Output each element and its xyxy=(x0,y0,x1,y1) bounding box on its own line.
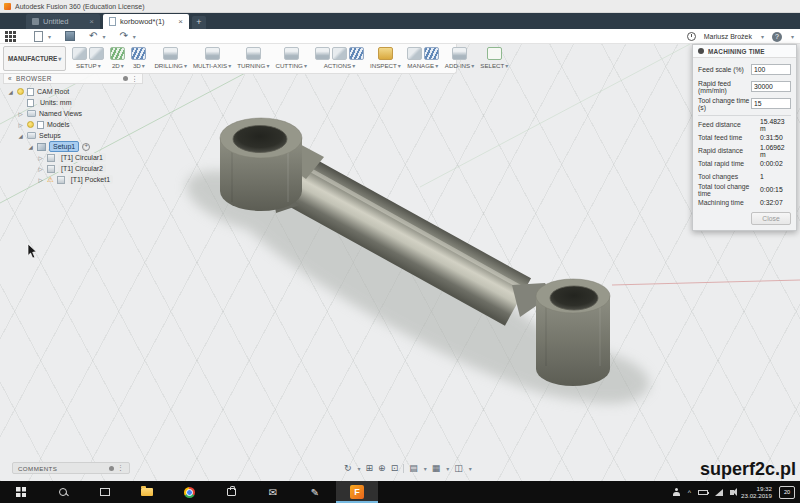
undo-icon[interactable]: ↶ xyxy=(89,31,97,41)
chevron-down-icon[interactable]: ▾ xyxy=(446,465,449,472)
hidden-icons-chevron[interactable]: ^ xyxy=(688,489,691,496)
chevron-down-icon[interactable]: ▾ xyxy=(48,33,51,40)
save-icon[interactable] xyxy=(65,31,75,41)
chevron-down-icon[interactable]: ▾ xyxy=(469,465,472,472)
new-file-icon[interactable] xyxy=(34,31,43,42)
tool-change-time-input[interactable] xyxy=(751,98,791,109)
taskbar-search-button[interactable] xyxy=(42,481,84,503)
viewports-icon[interactable]: ◫ xyxy=(454,462,463,474)
inspect-menu[interactable]: INSPECT▾ xyxy=(370,62,401,69)
expander-closed-icon[interactable]: ▷ xyxy=(37,177,44,183)
fit-icon[interactable]: ⊡ xyxy=(391,462,399,474)
simulate-icon[interactable] xyxy=(315,47,330,60)
collapse-panel-icon[interactable]: « xyxy=(8,75,12,82)
expander-closed-icon[interactable]: ▷ xyxy=(37,155,44,161)
tree-item-units[interactable]: Units: mm xyxy=(3,97,143,108)
generate-toolpath-icon[interactable] xyxy=(82,143,90,151)
drilling-icon[interactable] xyxy=(163,47,178,60)
battery-icon[interactable] xyxy=(698,490,708,495)
expander-open-icon[interactable]: ◢ xyxy=(7,89,14,95)
expander-closed-icon[interactable]: ▷ xyxy=(17,122,24,128)
turning-menu[interactable]: TURNING▾ xyxy=(237,62,269,69)
new-setup-icon[interactable] xyxy=(72,47,87,60)
new-tab-button[interactable]: + xyxy=(192,16,206,29)
store-button[interactable] xyxy=(210,481,252,503)
tree-item-circular2[interactable]: ▷ [T1] Circular2 xyxy=(3,163,143,174)
expander-open-icon[interactable]: ◢ xyxy=(27,144,34,150)
fusion-taskbar-button[interactable]: F xyxy=(336,481,378,503)
notification-badge[interactable]: 20 xyxy=(779,486,795,499)
user-name[interactable]: Mariusz Brożek xyxy=(704,33,752,40)
drilling-menu[interactable]: DRILLING▾ xyxy=(154,62,187,69)
measure-icon[interactable] xyxy=(378,47,393,60)
app-launcher-icon[interactable] xyxy=(5,31,16,42)
tree-item-models[interactable]: ▷ Models xyxy=(3,119,143,130)
start-button[interactable] xyxy=(0,481,42,503)
close-tab-icon[interactable]: × xyxy=(89,18,94,26)
zoom-icon[interactable]: ⊕ xyxy=(378,462,386,474)
actions-menu[interactable]: ACTIONS▾ xyxy=(324,62,356,69)
rapid-feed-input[interactable] xyxy=(751,81,791,92)
redo-icon[interactable]: ↷ xyxy=(119,31,127,41)
add-ins-menu[interactable]: ADD-INS▾ xyxy=(445,62,474,69)
feed-scale-input[interactable] xyxy=(751,64,791,75)
browser-menu-icon[interactable]: ⋮ xyxy=(131,75,138,83)
post-process-icon[interactable] xyxy=(332,47,347,60)
select-menu[interactable]: SELECT▾ xyxy=(480,62,508,69)
task-view-button[interactable] xyxy=(84,481,126,503)
comments-menu-icon[interactable]: ⋮ xyxy=(117,464,124,472)
chevron-down-icon[interactable]: ▾ xyxy=(791,33,794,40)
chevron-down-icon[interactable]: ▾ xyxy=(358,465,361,472)
pan-icon[interactable]: ⊞ xyxy=(366,462,374,474)
3d-milling-icon[interactable] xyxy=(131,47,146,60)
tree-item-circular1[interactable]: ▷ [T1] Circular1 xyxy=(3,152,143,163)
help-icon[interactable]: ? xyxy=(772,32,782,42)
cutting-icon[interactable] xyxy=(284,47,299,60)
network-icon[interactable] xyxy=(715,489,723,496)
multi-axis-menu[interactable]: MULTI-AXIS▾ xyxy=(193,62,231,69)
2d-menu[interactable]: 2D▾ xyxy=(112,62,124,69)
chrome-button[interactable] xyxy=(168,481,210,503)
pen-app-button[interactable]: ✎ xyxy=(294,481,336,503)
chevron-down-icon[interactable]: ▾ xyxy=(761,33,764,40)
mail-button[interactable]: ✉ xyxy=(252,481,294,503)
close-tab-icon[interactable]: × xyxy=(178,18,183,26)
multi-axis-icon[interactable] xyxy=(205,47,220,60)
display-settings-icon[interactable]: ▤ xyxy=(409,462,418,474)
volume-icon[interactable] xyxy=(730,490,734,495)
dialog-header[interactable]: MACHINING TIME xyxy=(693,45,796,58)
3d-menu[interactable]: 3D▾ xyxy=(133,62,145,69)
close-button[interactable]: Close xyxy=(751,212,791,225)
setup-sheet-icon[interactable] xyxy=(349,47,364,60)
cutting-menu[interactable]: CUTTING▾ xyxy=(275,62,307,69)
tree-item-setups[interactable]: ◢ Setups xyxy=(3,130,143,141)
browser-header[interactable]: « BROWSER ⋮ xyxy=(3,73,143,84)
visibility-icon[interactable] xyxy=(123,76,128,81)
tab-untitled[interactable]: Untitled × xyxy=(26,14,100,29)
tree-item-cam-root[interactable]: ◢ CAM Root xyxy=(3,86,143,97)
tree-item-setup1[interactable]: ◢ Setup1 xyxy=(3,141,143,152)
job-status-clock-icon[interactable] xyxy=(687,32,696,41)
turning-icon[interactable] xyxy=(246,47,261,60)
task-manager-icon[interactable] xyxy=(424,47,439,60)
select-icon[interactable] xyxy=(487,47,502,60)
comments-bar[interactable]: COMMENTS ⋮ xyxy=(12,462,130,474)
chevron-down-icon[interactable]: ▾ xyxy=(133,33,136,40)
comments-settings-icon[interactable] xyxy=(109,466,114,471)
expander-open-icon[interactable]: ◢ xyxy=(17,133,24,139)
setup-menu[interactable]: SETUP▾ xyxy=(76,62,101,69)
tree-item-named-views[interactable]: ▷ Named Views xyxy=(3,108,143,119)
file-explorer-button[interactable] xyxy=(126,481,168,503)
manage-menu[interactable]: MANAGE▾ xyxy=(407,62,438,69)
workspace-selector[interactable]: MANUFACTURE ▾ xyxy=(3,46,66,71)
new-folder-icon[interactable] xyxy=(89,47,104,60)
grid-layout-icon[interactable]: ▦ xyxy=(432,462,441,474)
tool-library-icon[interactable] xyxy=(407,47,422,60)
chevron-down-icon[interactable]: ▾ xyxy=(424,465,427,472)
tree-item-pocket1[interactable]: ▷ ⚠ [T1] Pocket1 xyxy=(3,174,143,185)
chevron-down-icon[interactable]: ▾ xyxy=(102,33,105,40)
orbit-icon[interactable]: ↻ xyxy=(344,462,352,474)
people-icon[interactable] xyxy=(673,488,681,496)
tab-korbowod[interactable]: korbowod*(1) × xyxy=(103,14,189,29)
expander-closed-icon[interactable]: ▷ xyxy=(17,111,24,117)
